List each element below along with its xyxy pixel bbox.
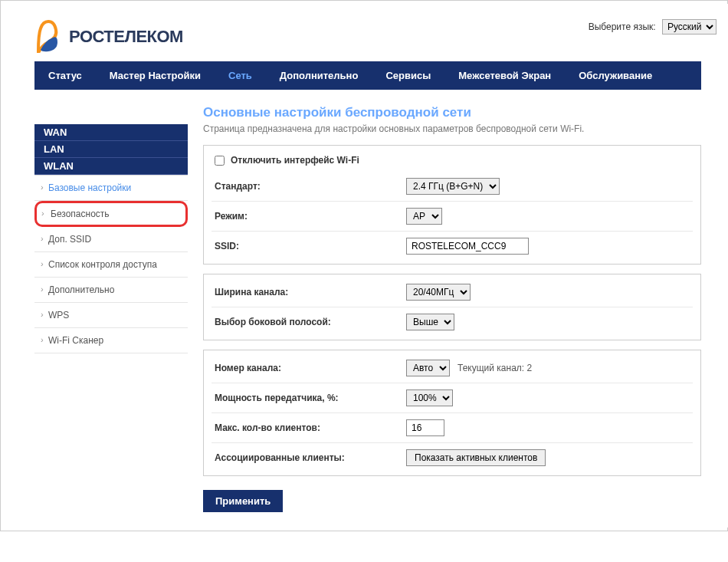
chwidth-select[interactable]: 20/40МГц [406, 284, 471, 301]
brand-text: РОСТЕЛЕКОМ [69, 27, 183, 47]
sidebar-section-wan[interactable]: WAN [34, 124, 188, 141]
main-nav: Статус Мастер Настройки Сеть Дополнитель… [34, 61, 701, 90]
language-label: Выберите язык: [589, 21, 656, 32]
disable-wifi-row[interactable]: Отключить интерфейс Wi-Fi [215, 155, 690, 166]
sideband-select[interactable]: Выше [406, 314, 454, 330]
nav-status[interactable]: Статус [34, 61, 96, 90]
nav-services[interactable]: Сервисы [372, 61, 444, 90]
panel-basic: Отключить интерфейс Wi-Fi Стандарт: 2.4 … [203, 145, 701, 265]
standard-label: Стандарт: [215, 181, 406, 192]
sidebar-item-acl[interactable]: Список контроля доступа [34, 252, 188, 278]
maxclients-input[interactable] [406, 419, 444, 436]
sidebar-item-advanced[interactable]: Дополнительно [34, 278, 188, 303]
sidebar: WAN LAN WLAN Базовые настройки Безопасно… [34, 105, 188, 512]
standard-select[interactable]: 2.4 ГГц (B+G+N) [406, 178, 500, 195]
sidebar-section-lan[interactable]: LAN [34, 141, 188, 158]
nav-wizard[interactable]: Мастер Настройки [96, 61, 215, 90]
panel-channel-width: Ширина канала: 20/40МГц Выбор боковой по… [203, 274, 701, 340]
sidebar-item-addssid[interactable]: Доп. SSID [34, 227, 188, 252]
language-dropdown[interactable]: Русский [662, 19, 717, 35]
disable-wifi-label: Отключить интерфейс Wi-Fi [231, 155, 359, 166]
logo: РОСТЕЛЕКОМ [34, 19, 183, 54]
txpower-label: Мощность передатчика, %: [215, 393, 406, 403]
page-desc: Страница предназначена для настройки осн… [203, 123, 701, 134]
logo-icon [34, 19, 61, 54]
chnum-label: Номер канала: [215, 363, 406, 373]
page-title: Основные настройки беспроводной сети [203, 105, 701, 120]
chnum-select[interactable]: Авто [406, 360, 450, 376]
chnum-hint: Текущий канал: 2 [457, 363, 532, 373]
show-clients-button[interactable]: Показать активных клиентов [406, 449, 546, 466]
sidebar-section-wlan[interactable]: WLAN [34, 158, 188, 175]
txpower-select[interactable]: 100% [406, 389, 453, 406]
nav-maintenance[interactable]: Обслуживание [565, 61, 666, 90]
chwidth-label: Ширина канала: [215, 287, 406, 297]
sidebar-item-scanner[interactable]: Wi-Fi Сканер [34, 328, 188, 353]
apply-button[interactable]: Применить [203, 490, 283, 512]
nav-advanced[interactable]: Дополнительно [266, 61, 372, 90]
maxclients-label: Макс. кол-во клиентов: [215, 422, 406, 433]
ssid-input[interactable] [406, 238, 529, 255]
mode-select[interactable]: AP [406, 208, 442, 225]
main-content: Основные настройки беспроводной сети Стр… [203, 105, 701, 512]
nav-firewall[interactable]: Межсетевой Экран [444, 61, 565, 90]
ssid-label: SSID: [215, 241, 406, 251]
mode-label: Режим: [215, 211, 406, 222]
header: РОСТЕЛЕКОМ Выберите язык: Русский [4, 4, 728, 61]
sidebar-item-security[interactable]: Безопасность [34, 201, 188, 227]
disable-wifi-checkbox[interactable] [215, 156, 225, 166]
assoc-label: Ассоциированные клиенты: [215, 452, 406, 463]
language-selector: Выберите язык: Русский [589, 19, 717, 35]
sideband-label: Выбор боковой полосой: [215, 317, 406, 327]
panel-channel: Номер канала: Авто Текущий канал: 2 Мощн… [203, 350, 701, 476]
sidebar-item-basic[interactable]: Базовые настройки [34, 176, 188, 201]
nav-network[interactable]: Сеть [215, 61, 266, 90]
sidebar-item-wps[interactable]: WPS [34, 303, 188, 328]
